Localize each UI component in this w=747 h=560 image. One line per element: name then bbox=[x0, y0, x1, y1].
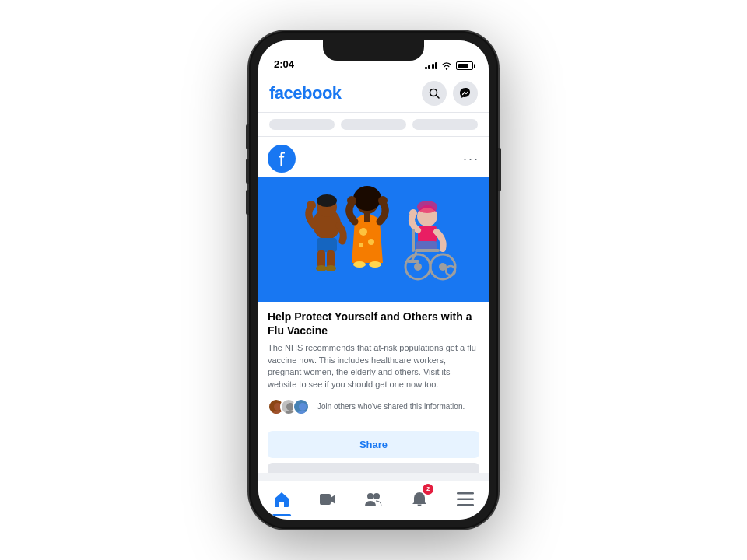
story-tab-3[interactable] bbox=[412, 119, 478, 130]
nav-active-indicator bbox=[272, 514, 291, 516]
svg-point-16 bbox=[359, 243, 363, 247]
svg-point-15 bbox=[368, 239, 374, 245]
story-tabs bbox=[258, 113, 489, 137]
nav-notifications[interactable]: 2 bbox=[404, 485, 435, 513]
nav-menu[interactable] bbox=[450, 485, 481, 513]
post-card: ··· bbox=[258, 137, 489, 473]
messenger-button[interactable] bbox=[453, 81, 478, 106]
messenger-icon bbox=[459, 87, 472, 100]
signal-icon bbox=[425, 62, 438, 69]
go-to-website-button[interactable]: Go to Website bbox=[268, 463, 479, 473]
phone-mockup: 2:04 bbox=[249, 31, 498, 529]
share-button[interactable]: Share bbox=[268, 431, 479, 458]
groups-icon bbox=[364, 491, 383, 508]
header-icons bbox=[422, 81, 478, 106]
shared-avatar-3 bbox=[293, 398, 310, 415]
svg-point-23 bbox=[417, 201, 437, 213]
search-button[interactable] bbox=[422, 81, 447, 106]
svg-point-19 bbox=[369, 261, 381, 268]
story-tab-1[interactable] bbox=[269, 119, 335, 130]
search-icon bbox=[429, 88, 440, 99]
svg-point-13 bbox=[353, 186, 381, 211]
status-icons bbox=[425, 61, 474, 70]
svg-rect-38 bbox=[320, 494, 331, 505]
svg-rect-27 bbox=[415, 249, 440, 252]
svg-point-37 bbox=[299, 403, 307, 411]
post-title: Help Protect Yourself and Others with a … bbox=[268, 310, 479, 338]
post-header: ··· bbox=[258, 137, 489, 177]
facebook-logo: facebook bbox=[269, 83, 342, 103]
svg-point-20 bbox=[347, 196, 356, 205]
svg-point-14 bbox=[359, 228, 367, 236]
battery-icon bbox=[456, 61, 473, 70]
avatar-person-3 bbox=[294, 400, 310, 415]
post-avatar bbox=[268, 145, 296, 173]
facebook-f-icon bbox=[274, 151, 289, 166]
shared-info-row: Join others who've shared this informati… bbox=[268, 398, 479, 415]
phone-notch bbox=[323, 40, 424, 61]
svg-point-40 bbox=[374, 493, 380, 499]
facebook-header: facebook bbox=[258, 75, 489, 113]
svg-point-9 bbox=[316, 265, 327, 271]
home-icon bbox=[272, 491, 291, 508]
svg-point-11 bbox=[307, 201, 316, 210]
wifi-icon bbox=[441, 61, 452, 70]
post-content: Help Protect Yourself and Others with a … bbox=[258, 302, 489, 431]
svg-point-21 bbox=[378, 196, 388, 205]
svg-point-18 bbox=[353, 261, 366, 268]
svg-point-30 bbox=[414, 263, 422, 271]
post-image-banner bbox=[258, 177, 489, 302]
shared-avatars bbox=[268, 398, 305, 415]
svg-rect-7 bbox=[317, 250, 325, 268]
svg-rect-6 bbox=[317, 238, 337, 252]
phone-screen: 2:04 bbox=[258, 40, 489, 520]
svg-rect-34 bbox=[407, 260, 419, 263]
svg-rect-8 bbox=[327, 250, 335, 268]
post-body: The NHS recommends that at-risk populati… bbox=[268, 342, 479, 390]
svg-rect-41 bbox=[457, 492, 474, 495]
action-buttons: Share Go to Website bbox=[258, 431, 489, 473]
menu-icon bbox=[457, 492, 474, 506]
bottom-nav: 2 bbox=[258, 481, 489, 520]
story-tab-2[interactable] bbox=[341, 119, 406, 130]
svg-rect-17 bbox=[364, 212, 370, 222]
svg-rect-43 bbox=[457, 504, 474, 506]
shared-text: Join others who've shared this informati… bbox=[317, 402, 465, 411]
video-icon bbox=[318, 491, 337, 508]
post-more-options[interactable]: ··· bbox=[463, 151, 479, 167]
svg-rect-28 bbox=[412, 229, 415, 252]
nav-home[interactable] bbox=[266, 485, 297, 513]
svg-point-10 bbox=[325, 265, 336, 271]
svg-rect-24 bbox=[418, 226, 437, 243]
svg-line-1 bbox=[437, 96, 440, 99]
svg-rect-42 bbox=[457, 498, 474, 500]
content-scroll[interactable]: ··· bbox=[258, 137, 489, 473]
svg-point-5 bbox=[317, 194, 337, 207]
svg-point-39 bbox=[367, 493, 374, 499]
status-time: 2:04 bbox=[274, 58, 294, 70]
nav-groups[interactable] bbox=[358, 485, 389, 513]
flu-vaccine-illustration bbox=[258, 177, 489, 302]
svg-point-25 bbox=[409, 209, 417, 217]
nav-video[interactable] bbox=[312, 485, 343, 513]
notification-badge: 2 bbox=[423, 484, 433, 495]
